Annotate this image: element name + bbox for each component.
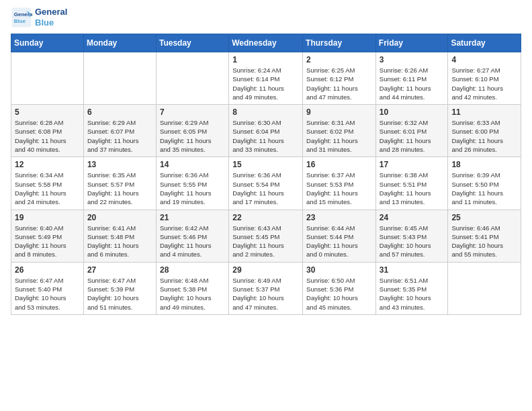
- cell-info: Sunset: 6:04 PM: [232, 127, 299, 136]
- cell-info: and 6 minutes.: [87, 250, 152, 259]
- cell-info: Sunrise: 6:47 AM: [87, 276, 152, 285]
- cell-info: Sunrise: 6:49 AM: [232, 276, 299, 285]
- calendar-cell: 6Sunrise: 6:29 AMSunset: 6:07 PMDaylight…: [83, 105, 156, 157]
- cell-info: Sunset: 5:46 PM: [160, 232, 225, 241]
- day-number: 2: [306, 55, 372, 64]
- calendar-cell: 17Sunrise: 6:38 AMSunset: 5:51 PMDayligh…: [375, 157, 448, 210]
- cell-info: and 24 minutes.: [15, 197, 80, 206]
- logo: General Blue General Blue: [11, 7, 67, 28]
- day-number: 14: [160, 160, 225, 169]
- calendar-cell: 31Sunrise: 6:51 AMSunset: 5:35 PMDayligh…: [375, 262, 448, 314]
- cell-info: Daylight: 11 hours: [87, 189, 152, 197]
- calendar-cell: [156, 52, 228, 105]
- day-number: 11: [451, 107, 517, 117]
- calendar-cell: 4Sunrise: 6:27 AMSunset: 6:10 PMDaylight…: [448, 52, 521, 105]
- cell-info: and 13 minutes.: [380, 197, 445, 206]
- day-number: 16: [306, 160, 372, 169]
- cell-info: Daylight: 11 hours: [232, 84, 299, 93]
- day-header-thursday: Thursday: [303, 34, 376, 52]
- cell-info: and 45 minutes.: [306, 303, 372, 312]
- cell-info: Daylight: 11 hours: [380, 136, 445, 145]
- cell-info: and 47 minutes.: [306, 93, 372, 101]
- cell-info: Sunset: 5:40 PM: [15, 285, 80, 293]
- cell-info: Sunset: 6:08 PM: [15, 127, 80, 136]
- cell-info: Sunrise: 6:42 AM: [160, 224, 225, 232]
- cell-info: Sunset: 5:48 PM: [87, 232, 152, 241]
- cell-info: Sunrise: 6:26 AM: [380, 66, 445, 75]
- cell-info: and 43 minutes.: [380, 303, 445, 312]
- calendar-cell: 23Sunrise: 6:44 AMSunset: 5:44 PMDayligh…: [303, 210, 376, 262]
- cell-info: Sunset: 6:02 PM: [306, 127, 372, 136]
- cell-info: Sunset: 5:54 PM: [232, 180, 299, 189]
- cell-info: Sunrise: 6:36 AM: [160, 171, 225, 179]
- cell-info: Sunset: 6:10 PM: [451, 75, 517, 83]
- cell-info: Sunrise: 6:36 AM: [232, 171, 299, 179]
- day-number: 6: [87, 107, 152, 117]
- cell-info: and 31 minutes.: [306, 145, 372, 154]
- day-number: 22: [232, 213, 299, 222]
- calendar-table: SundayMondayTuesdayWednesdayThursdayFrid…: [11, 34, 521, 315]
- day-number: 29: [232, 265, 299, 275]
- cell-info: Daylight: 11 hours: [160, 189, 225, 197]
- cell-info: Sunset: 5:58 PM: [15, 180, 80, 189]
- cell-info: Sunset: 5:57 PM: [87, 180, 152, 189]
- cell-info: Sunset: 5:41 PM: [451, 232, 517, 241]
- page-header: General Blue General Blue: [11, 7, 521, 28]
- cell-info: Sunset: 5:45 PM: [232, 232, 299, 241]
- cell-info: and 11 minutes.: [451, 197, 517, 206]
- cell-info: Daylight: 10 hours: [306, 293, 372, 302]
- calendar-week-2: 5Sunrise: 6:28 AMSunset: 6:08 PMDaylight…: [11, 105, 521, 157]
- calendar-cell: 5Sunrise: 6:28 AMSunset: 6:08 PMDaylight…: [11, 105, 84, 157]
- day-number: 31: [380, 265, 445, 275]
- calendar-week-5: 26Sunrise: 6:47 AMSunset: 5:40 PMDayligh…: [11, 262, 521, 314]
- cell-info: and 37 minutes.: [87, 145, 152, 154]
- day-number: 27: [87, 265, 152, 275]
- cell-info: Daylight: 11 hours: [232, 189, 299, 197]
- cell-info: Daylight: 11 hours: [87, 136, 152, 145]
- cell-info: and 40 minutes.: [15, 145, 80, 154]
- calendar-cell: 24Sunrise: 6:45 AMSunset: 5:43 PMDayligh…: [375, 210, 448, 262]
- day-number: 17: [380, 160, 445, 169]
- cell-info: Sunset: 5:38 PM: [160, 285, 225, 293]
- day-number: 8: [232, 107, 299, 117]
- day-number: 21: [160, 213, 225, 222]
- day-number: 5: [15, 107, 80, 117]
- cell-info: Sunset: 5:35 PM: [380, 285, 445, 293]
- cell-info: Sunset: 6:14 PM: [232, 75, 299, 83]
- cell-info: Daylight: 10 hours: [380, 241, 445, 250]
- cell-info: Daylight: 11 hours: [451, 136, 517, 145]
- cell-info: and 35 minutes.: [160, 145, 225, 154]
- cell-info: Daylight: 11 hours: [160, 241, 225, 250]
- cell-info: Daylight: 11 hours: [380, 189, 445, 197]
- cell-info: and 15 minutes.: [306, 197, 372, 206]
- cell-info: Daylight: 11 hours: [15, 241, 80, 250]
- day-header-monday: Monday: [83, 34, 156, 52]
- day-number: 24: [380, 213, 445, 222]
- cell-info: Daylight: 11 hours: [87, 241, 152, 250]
- cell-info: and 0 minutes.: [306, 250, 372, 259]
- calendar-cell: 26Sunrise: 6:47 AMSunset: 5:40 PMDayligh…: [11, 262, 84, 314]
- svg-text:Blue: Blue: [14, 18, 26, 24]
- calendar-cell: 18Sunrise: 6:39 AMSunset: 5:50 PMDayligh…: [448, 157, 521, 210]
- calendar-cell: 3Sunrise: 6:26 AMSunset: 6:11 PMDaylight…: [375, 52, 448, 105]
- calendar-cell: 11Sunrise: 6:33 AMSunset: 6:00 PMDayligh…: [448, 105, 521, 157]
- calendar-cell: 22Sunrise: 6:43 AMSunset: 5:45 PMDayligh…: [229, 210, 303, 262]
- cell-info: and 55 minutes.: [451, 250, 517, 259]
- cell-info: and 22 minutes.: [87, 197, 152, 206]
- day-number: 25: [451, 213, 517, 222]
- cell-info: and 4 minutes.: [160, 250, 225, 259]
- cell-info: and 19 minutes.: [160, 197, 225, 206]
- cell-info: Sunset: 5:39 PM: [87, 285, 152, 293]
- cell-info: and 57 minutes.: [380, 250, 445, 259]
- cell-info: Sunrise: 6:24 AM: [232, 66, 299, 75]
- cell-info: Sunset: 5:51 PM: [380, 180, 445, 189]
- cell-info: and 17 minutes.: [232, 197, 299, 206]
- cell-info: Daylight: 11 hours: [15, 136, 80, 145]
- cell-info: and 49 minutes.: [232, 93, 299, 101]
- calendar-cell: 19Sunrise: 6:40 AMSunset: 5:49 PMDayligh…: [11, 210, 84, 262]
- cell-info: Sunrise: 6:37 AM: [306, 171, 372, 179]
- day-header-saturday: Saturday: [448, 34, 521, 52]
- cell-info: and 49 minutes.: [160, 303, 225, 312]
- cell-info: Sunrise: 6:46 AM: [451, 224, 517, 232]
- cell-info: Daylight: 11 hours: [306, 189, 372, 197]
